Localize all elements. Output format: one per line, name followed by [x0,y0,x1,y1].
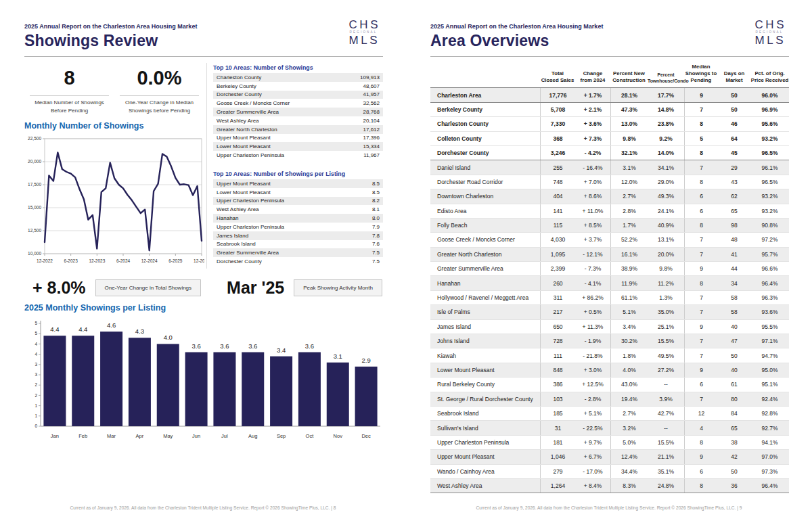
value-cell: 311 [540,291,575,304]
value-cell: - 4.1% [575,276,610,290]
svg-text:10,000: 10,000 [28,251,41,256]
svg-text:Oct: Oct [306,433,315,439]
value-cell: - 12.1% [575,248,610,261]
svg-text:5: 5 [35,321,37,325]
area-name-cell: Hanahan [430,276,540,290]
area-name-cell: James Island [430,320,540,334]
value-cell: 47 [718,334,750,348]
table-row: Lower Mount Pleasant848+ 3.0%4.0%27.2%94… [430,363,789,378]
svg-text:6-2024: 6-2024 [116,258,131,263]
area-value: 8.5 [372,181,380,187]
value-cell: 8 [684,175,718,189]
area-overviews-table: Total Closed SalesChange from 2024Percen… [430,64,789,493]
value-cell: 9.2% [648,132,684,145]
value-cell: 8 [684,146,718,160]
value-cell: 1.8% [610,348,648,362]
value-cell: + 2.1% [575,103,610,116]
value-cell: 28.1% [610,88,648,101]
area-name-cell: Kiawah [430,348,540,362]
value-cell: 6 [684,189,718,203]
svg-text:22,500: 22,500 [28,136,41,141]
column-header: Total Closed Sales [540,70,575,84]
value-cell: 1,046 [540,450,575,463]
value-cell: 97.1% [750,334,789,348]
value-cell: 50 [718,88,750,101]
table-row: Seabrook Island185+ 5.1%2.7%42.7%128492.… [430,407,789,421]
value-cell: 2.8% [610,204,648,218]
list-item: Greater Summerville Area7.5 [213,248,383,257]
value-cell: 35.1% [648,465,684,478]
svg-text:2.9: 2.9 [361,357,370,364]
value-cell: 58 [718,291,750,304]
stat-label: Median Number of Showings Before Pending [30,95,109,114]
area-value: 15,334 [363,143,380,150]
value-cell: + 0.5% [575,305,610,319]
area-name-cell: Daniel Island [430,160,540,174]
list-item: Charleston County109,913 [213,73,383,82]
table-row: Daniel Island255- 16.4%3.1%34.1%72996.1% [430,160,789,175]
area-name-cell: Folly Beach [430,219,540,232]
value-cell: 58 [718,305,750,319]
value-cell: 42.7% [648,407,684,420]
value-cell: 7 [684,305,718,319]
area-name-cell: Hollywood / Ravenel / Meggett Area [430,291,540,304]
svg-text:6-2025: 6-2025 [168,258,183,263]
area-name: Greater Summerville Area [217,109,279,115]
area-name: Charleston County [217,74,261,81]
value-cell: 279 [540,465,575,478]
value-cell: - 17.0% [575,465,610,478]
area-name-cell: Seabrook Island [430,407,540,420]
svg-text:Feb: Feb [78,433,87,439]
svg-text:12-2024: 12-2024 [141,258,158,263]
area-value: 8.1 [372,206,380,212]
stat-median-showings: 8 Median Number of Showings Before Pendi… [24,67,114,114]
svg-text:Apr: Apr [136,433,144,439]
value-cell: 31 [540,421,575,434]
monthly-showings-per-listing-chart: 011223344554.4Jan4.4Feb4.6Mar4.3Apr4.0Ma… [24,317,383,456]
area-name-cell: Lower Mount Pleasant [430,363,540,377]
value-cell: + 7.0% [575,175,610,189]
area-name: West Ashley Area [217,118,259,124]
svg-text:Sep: Sep [277,433,286,439]
value-cell: - 1.9% [575,334,610,348]
value-cell: 9 [684,450,718,463]
stat-change-total-showings-label: One-Year Change in Total Showings [95,279,202,296]
area-name-cell: Berkeley County [430,103,540,116]
value-cell: 65 [718,204,750,218]
area-name-cell: Charleston Area [430,88,540,101]
value-cell: 40 [718,363,750,377]
value-cell: + 3.6% [575,117,610,131]
value-cell: 96.6% [750,262,789,275]
value-cell: - 21.8% [575,348,610,362]
list-item: Seabrook Island7.6 [213,240,383,249]
area-name: Seabrook Island [217,241,256,247]
value-cell: 29 [718,160,750,174]
svg-text:4.3: 4.3 [135,327,144,335]
area-name-cell: Greater North Charleston [430,248,540,261]
value-cell: 19.4% [610,392,648,406]
svg-text:4: 4 [35,342,37,346]
area-name: Goose Creek / Moncks Corner [217,100,290,106]
column-header: Change from 2024 [575,70,610,84]
value-cell: + 3.7% [575,233,610,246]
value-cell: 6 [684,378,718,391]
value-cell: 7,330 [540,117,575,131]
bar-chart-heading: 2025 Monthly Showings per Listing [24,303,383,313]
table-row: Berkeley County5,708+ 2.1%47.3%14.8%7509… [430,103,789,117]
value-cell: 14.8% [648,103,684,116]
value-cell: 7 [684,392,718,406]
table-row: Goose Creek / Moncks Corner4,030+ 3.7%52… [430,233,789,247]
stat-peak-month: Mar '25 [227,278,284,298]
value-cell: 11.9% [610,276,648,290]
top10-per-listing-table: Upper Mount Pleasant8.5Lower Mount Pleas… [213,179,383,266]
column-header: Percent Townhouse/Condo [648,72,684,85]
area-name: Lower Mount Pleasant [217,189,271,196]
value-cell: 41 [718,248,750,261]
table-row: Greater North Charleston1,095- 12.1%16.1… [430,248,789,262]
value-cell: 115 [540,219,575,232]
svg-text:Mar: Mar [107,433,116,439]
value-cell: 46 [718,117,750,131]
value-cell: + 1.7% [575,88,610,101]
value-cell: 50 [718,465,750,478]
value-cell: 97.3% [750,465,789,478]
